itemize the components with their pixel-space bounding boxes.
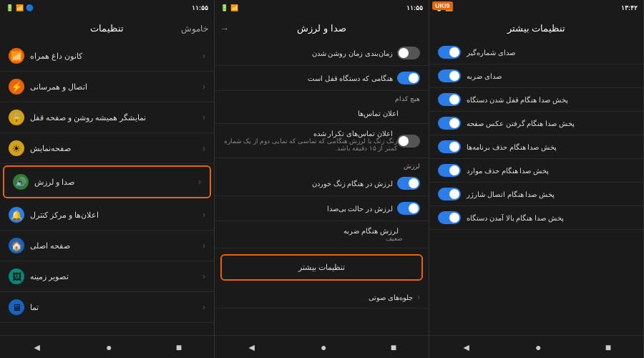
chevron-icon-9: ‹ — [203, 302, 205, 312]
mid-item-vib-ring[interactable]: لرزش در هنگام زنگ خوردن — [215, 171, 429, 196]
settings-item-home[interactable]: ‹ صفحه اصلی 🏠 — [0, 231, 214, 261]
settings-item-themes[interactable]: ‹ تما 🖥 — [0, 292, 214, 323]
toggle-locked[interactable] — [397, 72, 420, 84]
label-charger-sound: پخش صدا هنگام اتصال شارژر — [467, 190, 555, 198]
item-icon-home: 🏠 — [9, 238, 24, 253]
panel3-more-settings: UKI9 🔋 📶 ۱۳:۴۲ تنظیمات بیشتر صدای شماره‌… — [429, 0, 644, 358]
nav-recents-2[interactable]: ■ — [391, 342, 396, 353]
panel3-header: تنظیمات بیشتر — [429, 16, 643, 41]
settings-item-hotspot[interactable]: ‹ کانون داغ همراه 📶 — [0, 41, 214, 72]
right-item-lock-sound[interactable]: پخش صدا هنگام قفل شدن دستگاه — [429, 88, 643, 112]
chevron-icon-7: ‹ — [203, 241, 205, 251]
toggle-delete-item-sound[interactable] — [438, 164, 461, 177]
bt-icon: 🔵 — [26, 4, 34, 11]
item-icon-hotspot: 📶 — [9, 48, 24, 64]
status-time-3: ۱۳:۴۲ — [621, 4, 638, 11]
nav-recents-1[interactable]: ■ — [176, 342, 182, 353]
nav-bar-1: ◄ ● ■ — [0, 335, 214, 358]
settings-list-2: زمان‌بندی زمان روشن شدن هنگامی که دستگاه… — [215, 41, 429, 335]
item-right-8: تصویر زمینه 🖼 — [9, 268, 69, 284]
mid-item-schedule[interactable]: زمان‌بندی زمان روشن شدن — [215, 41, 429, 66]
right-item-charger-sound[interactable]: پخش صدا هنگام اتصال شارژر — [429, 183, 643, 206]
label-delete-item-sound: پخش صدا هنگام حذف موارد — [467, 167, 549, 175]
item-label-lockscreen: نمایشگر همیشه روشن و صفحه قفل — [30, 113, 146, 122]
settings-item-wallpaper[interactable]: ‹ تصویر زمینه 🖼 — [0, 261, 214, 292]
nav-home-1[interactable]: ● — [106, 342, 112, 353]
toggle-schedule[interactable] — [397, 47, 420, 59]
toggle-tap-sound[interactable] — [438, 69, 461, 82]
settings-item-connection[interactable]: ‹ اتصال و همرسانی ⚡ — [0, 72, 214, 102]
item-right-7: صفحه اصلی 🏠 — [9, 238, 70, 253]
nav-recents-3[interactable]: ■ — [605, 342, 611, 353]
chevron-icon-3: ‹ — [203, 112, 205, 122]
label-repeat-sub: رنگ زنگ یا لرزش هنگامی که تماسی که نمایی… — [223, 137, 397, 152]
nav-back-1[interactable]: ◄ — [32, 342, 42, 353]
settings-list-1: ‹ کانون داغ همراه 📶 ‹ اتصال و همرسانی ⚡ … — [0, 41, 214, 335]
right-item-delete-item-sound[interactable]: پخش صدا هنگام حذف موارد — [429, 159, 643, 183]
back-button-1[interactable]: خاموش — [181, 24, 208, 34]
wifi-icon-2: 📶 — [230, 4, 238, 11]
chevron-icon: ‹ — [203, 51, 205, 61]
chevron-icon-4: ‹ — [203, 143, 205, 153]
item-label-home: صفحه اصلی — [30, 241, 70, 251]
item-label-themes: تما — [30, 303, 39, 312]
toggle-screenshot-sound[interactable] — [438, 117, 461, 130]
toggle-vib-silent[interactable] — [397, 202, 420, 215]
label-delete-app-sound: پخش صدا هنگام حذف برنامه‌ها — [467, 143, 557, 151]
settings-item-notifications[interactable]: ‹ اعلان‌ها و مرکز کنترل 🔔 — [0, 200, 214, 231]
label-vib-tap: لرزش هنگام ضربه — [223, 227, 399, 235]
mid-item-call-notify[interactable]: اعلان تماس‌ها — [215, 104, 429, 124]
panel1-header: خاموش تنظیمات — [0, 16, 214, 41]
right-item-boot-sound[interactable]: پخش صدا هنگام بالا آمدن دستگاه — [429, 206, 643, 230]
mid-item-audio-effects[interactable]: ‹ جلوه‌های صوتی — [215, 286, 429, 309]
settings-list-3: صدای شماره‌گیر صدای ضربه پخش صدا هنگام ق… — [429, 41, 643, 335]
nav-bar-3: ◄ ● ■ — [429, 335, 643, 358]
label-tap-sound: صدای ضربه — [467, 72, 502, 80]
toggle-dialer[interactable] — [438, 46, 461, 59]
panel2-sound: 🔋 📶 ۱۱:۵۵ → صدا و لرزش زمان‌بندی زمان رو… — [215, 0, 429, 358]
item-label-hotspot: کانون داغ همراه — [30, 52, 82, 61]
status-time-2: ۱۱:۵۵ — [406, 4, 423, 11]
item-icon-themes: 🖥 — [9, 299, 24, 315]
status-bar-1: 🔋 📶 🔵 ۱۱:۵۵ — [0, 0, 214, 16]
toggle-lock-sound[interactable] — [438, 93, 461, 106]
more-settings-button[interactable]: تنظیمات بیشتر — [220, 254, 423, 281]
nav-home-3[interactable]: ● — [535, 342, 541, 353]
battery-icon-2: 🔋 — [220, 4, 228, 11]
chevron-icon-6: ‹ — [203, 210, 205, 220]
chevron-audio: ‹ — [417, 292, 420, 302]
label-repeat-call: اعلان تماس‌های تکرار شده — [223, 130, 393, 137]
label-audio-effects: جلوه‌های صوتی — [223, 294, 413, 301]
right-item-tap-sound[interactable]: صدای ضربه — [429, 64, 643, 88]
right-item-delete-app-sound[interactable]: پخش صدا هنگام حذف برنامه‌ها — [429, 135, 643, 159]
toggle-boot-sound[interactable] — [438, 211, 461, 224]
label-boot-sound: پخش صدا هنگام بالا آمدن دستگاه — [467, 214, 564, 222]
toggle-charger-sound[interactable] — [438, 188, 461, 200]
toggle-vib-ring[interactable] — [397, 177, 420, 190]
right-item-dialer[interactable]: صدای شماره‌گیر — [429, 41, 643, 64]
toggle-delete-app-sound[interactable] — [438, 140, 461, 153]
right-item-screenshot-sound[interactable]: پخش صدا هنگام گرفتن عکس صفحه — [429, 112, 643, 135]
label-dialer: صدای شماره‌گیر — [467, 49, 515, 57]
fwd-button-2[interactable]: → — [220, 24, 229, 34]
mid-item-vib-tap[interactable]: لرزش هنگام ضربه ضعیف — [215, 221, 429, 248]
nav-home-2[interactable]: ● — [321, 342, 326, 353]
item-icon-sound: 🔊 — [13, 174, 29, 190]
item-icon-display: ☀ — [9, 140, 24, 156]
toggle-repeat[interactable] — [397, 135, 420, 147]
watermark: UKI9 — [432, 1, 453, 10]
item-right-9: تما 🖥 — [9, 299, 39, 315]
mid-item-locked[interactable]: هنگامی که دستگاه قفل است — [215, 66, 429, 91]
mid-item-repeat-call[interactable]: اعلان تماس‌های تکرار شده رنگ زنگ یا لرزش… — [215, 124, 429, 158]
item-icon-connection: ⚡ — [9, 79, 24, 95]
nav-back-3[interactable]: ◄ — [462, 342, 472, 353]
settings-item-lockscreen[interactable]: ‹ نمایشگر همیشه روشن و صفحه قفل 🔒 — [0, 102, 214, 133]
settings-item-security[interactable]: ‹ گذرواژه و امنیت ⚙ — [0, 329, 214, 335]
settings-item-display[interactable]: ‹ صفحه‌نمایش ☀ — [0, 133, 214, 164]
mid-item-vib-silent[interactable]: لرزش در حالت بی‌صدا — [215, 196, 429, 221]
status-icons-left-2: 🔋 📶 — [220, 4, 238, 11]
settings-item-sound[interactable]: ‹ صدا و لرزش 🔊 — [3, 165, 211, 198]
item-icon-notif: 🔔 — [9, 207, 24, 223]
panel3-title: تنظیمات بیشتر — [502, 19, 572, 38]
nav-back-2[interactable]: ◄ — [247, 342, 257, 353]
